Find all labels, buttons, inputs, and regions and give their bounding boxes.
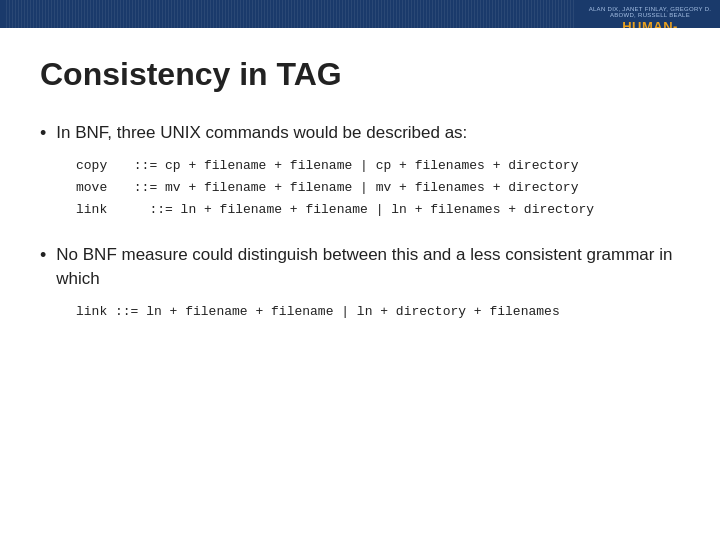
bnf-rule-link: ::= ln + filename + filename | ln + file… [126,199,594,221]
top-bar [0,0,580,28]
book-author: ALAN DIX, JANET FINLAY, GREGORY D. ABOWD… [586,6,714,18]
bullet-text-2: No BNF measure could distinguish between… [56,243,680,291]
main-content: Consistency in TAG • In BNF, three UNIX … [0,28,720,540]
bnf-rule-move: ::= mv + filename + filename | mv + file… [126,177,578,199]
bnf-rule-copy: ::= cp + filename + filename | cp + file… [126,155,578,177]
bnf-row-move: move ::= mv + filename + filename | mv +… [76,177,680,199]
bnf-inline: link ::= ln + filename + filename | ln +… [76,301,680,323]
bnf-cmd-link: link [76,199,126,221]
bullet-dot-1: • [40,123,46,144]
bullet-section-2: • No BNF measure could distinguish betwe… [40,243,680,323]
bnf-cmd-move: move [76,177,126,199]
slide-title: Consistency in TAG [40,56,680,93]
bnf-row-copy: copy ::= cp + filename + filename | cp +… [76,155,680,177]
bnf-table: copy ::= cp + filename + filename | cp +… [76,155,680,221]
bnf-cmd-copy: copy [76,155,126,177]
bnf-row-link: link ::= ln + filename + filename | ln +… [76,199,680,221]
top-bar-noise [6,0,574,28]
bullet-point-1: • In BNF, three UNIX commands would be d… [40,121,680,145]
bullet-section-1: • In BNF, three UNIX commands would be d… [40,121,680,221]
bullet-point-2: • No BNF measure could distinguish betwe… [40,243,680,291]
bullet-text-1: In BNF, three UNIX commands would be des… [56,121,467,145]
bullet-dot-2: • [40,245,46,266]
